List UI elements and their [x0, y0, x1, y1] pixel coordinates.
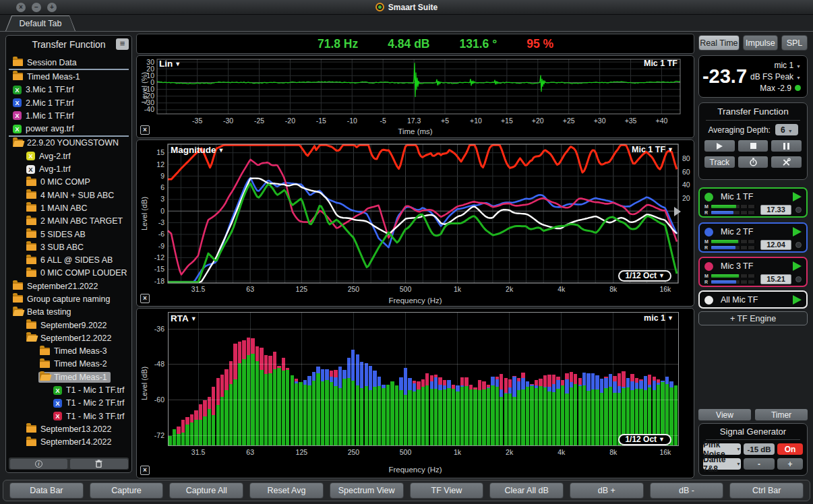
tree-item[interactable]: Xpower avg.trf [7, 122, 130, 135]
mode-button-spl[interactable]: SPL [781, 35, 808, 51]
tf-engine-2[interactable]: Mic 2 TFMR12.04 [698, 222, 808, 253]
command-spectrum-view[interactable]: Spectrum View [330, 482, 404, 499]
svg-text:63: 63 [246, 285, 254, 293]
stop-button[interactable] [738, 140, 769, 152]
tree-item[interactable]: September12.2022 [7, 332, 130, 344]
tree-item[interactable]: XT1 - Mic 2 TF.trf [7, 397, 130, 410]
tree-item[interactable]: Beta testing [7, 306, 130, 319]
averaging-depth-select[interactable]: 6▼ [775, 124, 798, 135]
tab-default[interactable]: Default Tab [5, 15, 76, 31]
tf-engine-all[interactable]: All Mic TF [698, 290, 808, 309]
rta-close-icon[interactable]: × [140, 466, 150, 475]
play-button[interactable] [704, 140, 735, 152]
tree-item[interactable]: X3.Mic 1 TF.trf [7, 84, 130, 96]
info-button[interactable]: i [10, 459, 68, 469]
command-db-[interactable]: dB + [570, 482, 644, 499]
magnitude-octave-dropdown[interactable]: 1/12 Oct [618, 270, 671, 282]
close-window-icon[interactable]: × [16, 3, 26, 12]
live-ir-xlabel: Time (ms) [137, 127, 694, 135]
generator-source-select[interactable]: Pink Noise▼ [703, 443, 741, 455]
tree-item[interactable]: 0 MIC COMP [7, 176, 130, 189]
tree-item[interactable]: September13.2022 [7, 422, 130, 435]
tree-item-label: power avg.trf [26, 124, 74, 133]
magnitude-trace-dropdown[interactable]: Mic 1 TF [632, 145, 673, 154]
tree-item[interactable]: Timed Meas-2 [7, 358, 130, 371]
tree-item-label: Timed Meas-2 [54, 359, 107, 369]
tree-item[interactable]: 22.9.20 YOUNGSTOWN [7, 137, 130, 150]
delay-timer-button[interactable] [738, 156, 769, 168]
timer-button[interactable]: Timer [755, 409, 808, 420]
tree-item[interactable]: 1 MAIN ABC [7, 201, 130, 214]
command-db-[interactable]: dB - [650, 482, 724, 499]
tree-item[interactable]: Timed Meas-1 [7, 70, 130, 83]
mode-button-impulse[interactable]: Impulse [743, 35, 778, 51]
track-button[interactable]: Track [704, 156, 735, 168]
tf-engine-1[interactable]: Mic 1 TFMR17.33 [698, 187, 808, 218]
svg-text:+10: +10 [470, 117, 482, 125]
generator-level-button[interactable]: -15 dB [744, 443, 775, 455]
view-button[interactable]: View [698, 409, 751, 420]
tree-item[interactable]: Timed Meas-1 [7, 371, 130, 383]
tree-item[interactable]: 4 MAIN + SUB ABC [7, 189, 130, 201]
generator-output-select[interactable]: Dante 7&8▼ [703, 458, 741, 470]
rta-pane: -36-48-60-7231.5631252505001k2k4k8k16k R… [136, 308, 694, 478]
tree-item[interactable]: XT1 - Mic 3 TF.trf [7, 410, 130, 422]
engine-play-icon[interactable] [793, 227, 802, 237]
meter-input-select[interactable]: mic 1▼ [750, 61, 801, 70]
generator-level-up-button[interactable]: + [777, 458, 803, 470]
rta-octave-dropdown[interactable]: 1/12 Oct [618, 434, 671, 445]
tree-item[interactable]: Session Data [7, 56, 130, 69]
tree-item[interactable]: September21.2022 [7, 280, 130, 292]
magnitude-zero-handle[interactable] [674, 207, 681, 216]
tree-item[interactable]: 0 MIC COMP LOUDER [7, 267, 130, 280]
tree-item[interactable]: 2 MAIN ABC TARGET [7, 215, 130, 228]
command-tf-view[interactable]: TF View [410, 482, 484, 499]
tree-item-label: 3.Mic 1 TF.trf [26, 85, 73, 94]
tree-item[interactable]: September9.2022 [7, 319, 130, 332]
svg-text:+25: +25 [563, 117, 575, 125]
tf-engine-3[interactable]: Mic 3 TFMR15.21 [698, 257, 808, 287]
r-meter [711, 211, 756, 214]
command-capture-all[interactable]: Capture All [169, 482, 243, 499]
tree-item[interactable]: X2.Mic 1 TF.trf [7, 96, 130, 109]
meter-unit-select[interactable]: dB FS Peak▼ [750, 72, 801, 82]
engine-mute-button[interactable] [795, 276, 802, 282]
tree-item[interactable]: X1.Mic 1 TF.trf [7, 109, 130, 122]
engine-play-icon[interactable] [793, 261, 802, 271]
engine-mute-button[interactable] [795, 207, 802, 213]
pause-button[interactable] [771, 140, 802, 152]
tree-item[interactable]: XT1 - Mic 1 TF.trf [7, 383, 130, 396]
command-reset-avg[interactable]: Reset Avg [249, 482, 324, 499]
command-ctrl-bar[interactable]: Ctrl Bar [729, 482, 804, 499]
rta-type-dropdown[interactable]: RTA [171, 313, 197, 323]
hamburger-menu-icon[interactable]: ≡ [116, 38, 129, 50]
command-clear-all-db[interactable]: Clear All dB [489, 482, 564, 499]
tree-item[interactable]: 5 SIDES AB [7, 228, 130, 241]
magnitude-type-dropdown[interactable]: Magnitude [171, 145, 224, 155]
tree-item[interactable]: 3 SUB ABC [7, 241, 130, 253]
tools-button[interactable] [771, 156, 802, 168]
tree-item[interactable]: 6 ALL @ SIDES AB [7, 253, 130, 266]
live-ir-type-dropdown[interactable]: Lin [159, 59, 181, 69]
tree-item[interactable]: XAvg-1.trf [7, 162, 130, 175]
command-capture[interactable]: Capture [90, 482, 164, 499]
delete-button[interactable] [70, 459, 128, 469]
zoom-window-icon[interactable]: + [47, 3, 57, 12]
minimize-window-icon[interactable]: − [32, 3, 41, 12]
engine-play-icon[interactable] [793, 192, 802, 201]
tree-item[interactable]: Timed Meas-3 [7, 345, 130, 358]
rta-trace-dropdown[interactable]: mic 1 [644, 313, 673, 323]
magnitude-close-icon[interactable]: × [140, 294, 150, 303]
engine-play-icon[interactable] [793, 295, 802, 305]
engine-mute-button[interactable] [795, 242, 802, 248]
tree-item[interactable]: XAvg-2.trf [7, 150, 130, 162]
generator-on-button[interactable]: On [777, 443, 803, 455]
live-ir-close-icon[interactable]: × [140, 125, 150, 135]
tree-item[interactable]: September14.2022 [7, 436, 130, 449]
add-tf-engine-button[interactable]: + TF Engine [698, 311, 808, 325]
generator-level-down-button[interactable]: - [744, 458, 775, 470]
mode-button-real-time[interactable]: Real Time [698, 35, 740, 51]
command-data-bar[interactable]: Data Bar [9, 482, 84, 499]
live-ir-trace-label[interactable]: Mic 1 TF [644, 59, 678, 68]
tree-item[interactable]: Group capture naming [7, 292, 130, 305]
